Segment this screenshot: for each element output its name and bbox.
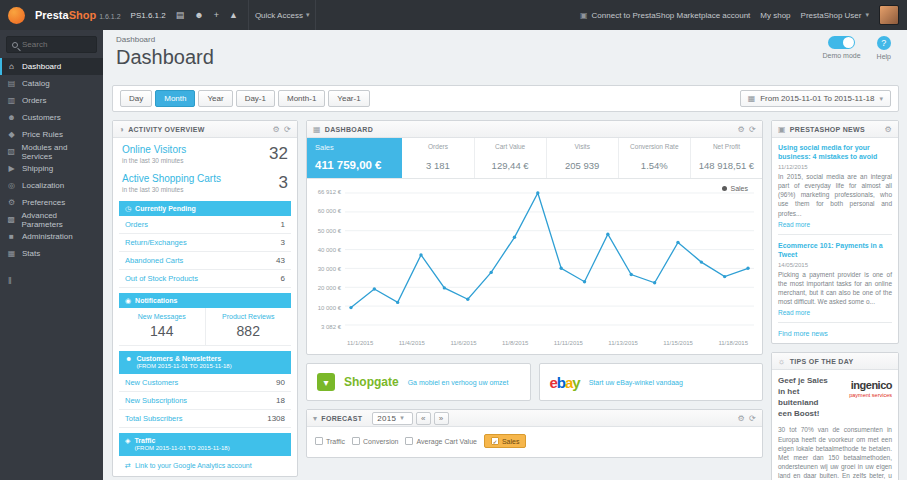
news-article-date: 11/12/2015 (778, 164, 892, 170)
checkbox-checked-icon[interactable]: ✓ (491, 437, 499, 445)
filter-year-button[interactable]: Year (198, 90, 232, 107)
kpi-visits[interactable]: Visits 205 939 (547, 138, 619, 178)
sidebar-item-customers[interactable]: ☻ Customers (0, 109, 103, 126)
forecast-prev-button[interactable]: « (416, 412, 431, 425)
bulb-icon: ☼ (778, 357, 786, 366)
pending-returns-row[interactable]: Return/Exchanges 3 (119, 234, 291, 252)
gear-icon[interactable]: ⚙ (885, 125, 892, 134)
gear-icon[interactable]: ⚙ (273, 125, 280, 134)
sidebar-item-modules[interactable]: ▧ Modules and Services (0, 143, 103, 160)
notifications-section-title: Notifications (135, 296, 177, 305)
sidebar-search[interactable] (6, 36, 97, 53)
forecast-legend-average-cart-value[interactable]: Average Cart Value (405, 437, 476, 445)
demo-mode-toggle[interactable] (828, 36, 855, 49)
sidebar-item-stats[interactable]: ▦ Stats (0, 245, 103, 262)
sidebar-item-price-rules[interactable]: ◆ Price Rules (0, 126, 103, 143)
read-more-link[interactable]: Read more (778, 221, 892, 228)
brand-link[interactable]: PrestaShop 1.6.1.2 (35, 9, 121, 21)
search-input[interactable] (22, 40, 92, 49)
filter-day-button[interactable]: Day (120, 90, 152, 107)
google-analytics-link[interactable]: ⇄ Link to your Google Analytics account (119, 456, 291, 476)
kpi-cart-value[interactable]: Cart Value 129,44 € (475, 138, 547, 178)
kpi-sales[interactable]: Sales 411 759,00 € (307, 138, 402, 178)
kpi-orders[interactable]: Orders 3 181 (402, 138, 474, 178)
brand-text: Presta (35, 9, 69, 21)
news-article-excerpt: In 2015, social media are an integral pa… (778, 172, 892, 217)
sidebar-item-label: Stats (22, 249, 40, 258)
sidebar-item-catalog[interactable]: ▤ Catalog (0, 75, 103, 92)
forecast-panel: ▾ FORECAST 2015 ▾ « » ⚙ ⟳ (306, 409, 763, 458)
sidebar-item-shipping[interactable]: ▶ Shipping (0, 160, 103, 177)
shopgate-promo[interactable]: ▾ Shopgate Ga mobiel en verhoog uw omzet (306, 363, 531, 401)
product-reviews-stat[interactable]: Product Reviews 882 (206, 308, 292, 345)
sidebar-item-dashboard[interactable]: ⌂ Dashboard (0, 58, 103, 75)
total-subscribers-row[interactable]: Total Subscribers 1308 (119, 410, 291, 428)
catalog-icon: ▤ (7, 80, 16, 88)
sidebar-item-preferences[interactable]: ⚙ Preferences (0, 194, 103, 211)
new-messages-stat[interactable]: New Messages 144 (119, 308, 206, 345)
row-label: Orders (125, 220, 148, 229)
date-range-picker[interactable]: ▦ From 2015-11-01 To 2015-11-18 ▾ (740, 90, 891, 107)
checkbox-icon[interactable] (352, 437, 360, 445)
my-shop-link[interactable]: My shop (760, 11, 790, 20)
notif-label: New Messages (121, 313, 203, 320)
refresh-icon[interactable]: ⟳ (749, 414, 756, 423)
kpi-conversion-rate[interactable]: Conversion Rate 1.54% (619, 138, 691, 178)
ebay-promo-link[interactable]: Start uw eBay-winkel vandaag (589, 379, 683, 386)
news-icon: ▣ (778, 125, 786, 134)
filter-day-1-button[interactable]: Day-1 (236, 90, 275, 107)
forecast-year-select[interactable]: 2015 ▾ (372, 412, 413, 425)
news-article-title[interactable]: Using social media for your business: 4 … (778, 143, 892, 161)
gear-icon[interactable]: ⚙ (738, 125, 745, 134)
forecast-next-button[interactable]: » (434, 412, 449, 425)
sidebar-item-localization[interactable]: ◎ Localization (0, 177, 103, 194)
sidebar-item-advanced-parameters[interactable]: ▩ Advanced Parameters (0, 211, 103, 228)
sidebar-collapse-button[interactable]: ‖ (8, 276, 22, 286)
active-carts-link[interactable]: Active Shopping Carts (122, 173, 221, 184)
row-label: New Customers (125, 378, 178, 387)
kpi-net-profit[interactable]: Net Profit 148 918,51 € (691, 138, 762, 178)
divider (778, 234, 892, 235)
forecast-legend-sales[interactable]: ✓ Sales (484, 434, 527, 448)
stats-icon: ▦ (7, 250, 16, 258)
new-customers-row[interactable]: New Customers 90 (119, 374, 291, 392)
read-more-link[interactable]: Read more (778, 309, 892, 316)
sidebar-item-administration[interactable]: ■ Administration (0, 228, 103, 245)
quick-access-menu[interactable]: Quick Access ▾ (248, 0, 317, 30)
plus-icon[interactable]: + (214, 11, 219, 20)
checkbox-icon[interactable] (315, 437, 323, 445)
person-icon[interactable]: ☻ (194, 11, 203, 20)
rocket-icon[interactable]: ▲ (229, 11, 238, 20)
refresh-icon[interactable]: ⟳ (749, 125, 756, 134)
topbar: PrestaShop 1.6.1.2 PS1.6.1.2 ▤ ☻ + ▲ Qui… (0, 0, 907, 30)
pending-orders-row[interactable]: Orders 1 (119, 216, 291, 234)
legend-item-label: Conversion (363, 438, 398, 445)
forecast-legend-traffic[interactable]: Traffic (315, 437, 345, 445)
online-visitors-link[interactable]: Online Visitors (122, 144, 186, 155)
forecast-legend-conversion[interactable]: Conversion (352, 437, 398, 445)
ebay-promo[interactable]: ebay Start uw eBay-winkel vandaag (539, 363, 764, 401)
gear-icon[interactable]: ⚙ (738, 414, 745, 423)
marketplace-link[interactable]: ▣ Connect to PrestaShop Marketplace acco… (580, 11, 750, 20)
new-subscriptions-row[interactable]: New Subscriptions 18 (119, 392, 291, 410)
refresh-icon[interactable]: ⟳ (284, 125, 291, 134)
cart-icon[interactable]: ▤ (176, 11, 185, 20)
find-more-news-link[interactable]: Find more news (778, 329, 892, 337)
kpi-label: Sales (315, 143, 394, 152)
kpi-value: 129,44 € (478, 160, 543, 171)
filter-month-1-button[interactable]: Month-1 (278, 90, 325, 107)
forecast-caret-icon: ▾ (313, 414, 317, 423)
breadcrumb[interactable]: Dashboard (116, 35, 893, 44)
out-of-stock-row[interactable]: Out of Stock Products 6 (119, 270, 291, 288)
avatar[interactable] (879, 5, 899, 25)
sidebar-item-orders[interactable]: ▥ Orders (0, 92, 103, 109)
abandoned-carts-row[interactable]: Abandoned Carts 43 (119, 252, 291, 270)
shopgate-promo-link[interactable]: Ga mobiel en verhoog uw omzet (408, 379, 509, 386)
filter-month-button[interactable]: Month (155, 90, 195, 107)
legend-item-label: Traffic (326, 438, 345, 445)
help-icon[interactable]: ? (877, 36, 891, 50)
filter-year-1-button[interactable]: Year-1 (328, 90, 369, 107)
news-article-title[interactable]: Ecommerce 101: Payments in a Tweet (778, 241, 892, 259)
checkbox-icon[interactable] (405, 437, 413, 445)
user-menu[interactable]: PrestaShop User ▾ (801, 11, 869, 20)
